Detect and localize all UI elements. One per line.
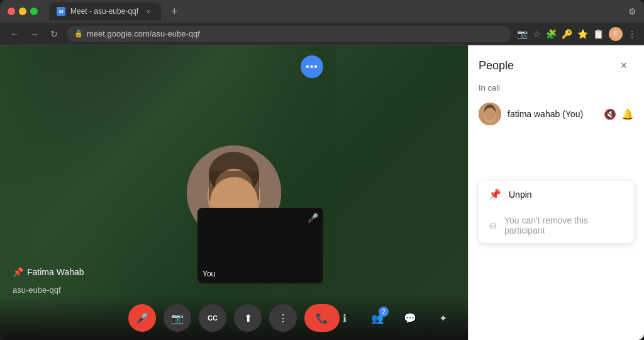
more-dots-icon: ••• <box>306 61 318 72</box>
present-button[interactable]: ⬆ <box>234 304 262 332</box>
active-tab[interactable]: M Meet - asu-eube-qqf × <box>49 3 161 20</box>
pin-icon: 📌 <box>13 267 23 277</box>
address-bar: ← → ↻ 🔒 meet.google.com/asu-eube-qqf 📷 ☆… <box>0 23 644 45</box>
participant-panel-icons: 🔇 🔔 <box>604 108 634 120</box>
traffic-lights <box>8 8 38 15</box>
browser-frame: M Meet - asu-eube-qqf × + ⚙ ← → ↻ 🔒 meet… <box>0 0 644 340</box>
mute-button[interactable]: 🎤 <box>128 304 156 332</box>
profile-avatar[interactable]: F <box>609 27 623 41</box>
panel-title: People <box>479 59 514 72</box>
main-video-area: ••• 📌 Fatima Wahab asu-eube-qqf 🎤 You 🎤 <box>0 45 468 340</box>
star-icon[interactable]: ☆ <box>533 29 541 39</box>
participant-panel-avatar <box>479 103 501 125</box>
participant-display-name: Fatima Wahab <box>27 267 84 277</box>
extension-icon3[interactable]: ⭐ <box>577 29 588 39</box>
participant-name-label: 📌 Fatima Wahab <box>13 267 84 277</box>
info-icon: ℹ <box>343 312 347 324</box>
in-call-label: In call <box>469 81 644 98</box>
extension-icon2[interactable]: 🔑 <box>562 29 572 39</box>
lock-icon: 🔒 <box>74 30 83 38</box>
info-button[interactable]: ℹ <box>332 305 357 331</box>
forward-button[interactable]: → <box>28 26 42 42</box>
unpin-icon: 📌 <box>489 188 501 200</box>
panel-close-button[interactable]: × <box>614 55 634 76</box>
people-badge: 2 <box>379 307 389 317</box>
activities-button[interactable]: ✦ <box>430 305 455 331</box>
participant-panel-name: fatima wahab (You) <box>508 109 597 119</box>
tab-label: Meet - asu-eube-qqf <box>70 7 138 16</box>
unpin-menu-item[interactable]: 📌 Unpin <box>479 181 634 208</box>
reload-button[interactable]: ↻ <box>48 26 60 42</box>
menu-button[interactable]: ⋮ <box>628 29 636 39</box>
captions-icon: CC <box>208 314 218 322</box>
self-muted-icon: 🎤 <box>308 213 318 223</box>
browser-toolbar: 📷 ☆ 🧩 🔑 ⭐ 📋 F ⋮ <box>517 27 636 41</box>
camera-button[interactable]: 📷 <box>164 304 191 332</box>
participant-row: fatima wahab (You) 🔇 🔔 <box>469 98 644 130</box>
remove-label: You can't remove this participant <box>504 215 624 235</box>
tab-favicon: M <box>57 7 65 16</box>
url-text: meet.google.com/asu-eube-qqf <box>87 29 200 38</box>
control-bar: 🎤 📷 CC ⬆ ⋮ 📞 ℹ <box>0 296 468 340</box>
context-menu: 📌 Unpin ⊖ You can't remove this particip… <box>479 181 634 243</box>
meet-content: ••• 📌 Fatima Wahab asu-eube-qqf 🎤 You 🎤 <box>0 45 644 340</box>
people-button[interactable]: 👥 2 <box>365 305 390 331</box>
unpin-label: Unpin <box>509 190 532 200</box>
people-panel: People × In call fatima wahab (You) 🔇 🔔 <box>468 45 644 340</box>
present-icon: ⬆ <box>244 312 252 324</box>
more-vert-icon: ⋮ <box>278 312 288 324</box>
captions-button[interactable]: CC <box>199 304 226 332</box>
tab-close-button[interactable]: × <box>143 6 153 16</box>
back-button[interactable]: ← <box>8 26 21 42</box>
camera-icon[interactable]: 📷 <box>517 29 528 39</box>
panel-header: People × <box>469 45 644 81</box>
self-video-pip: 🎤 You <box>197 208 323 283</box>
extension-icon4[interactable]: 📋 <box>593 29 604 39</box>
close-traffic-light[interactable] <box>8 8 15 15</box>
maximize-traffic-light[interactable] <box>30 8 38 15</box>
hangup-icon: 📞 <box>316 312 328 324</box>
participant-mute-icon[interactable]: 🔇 <box>604 108 616 120</box>
more-options-button[interactable]: ••• <box>301 55 323 78</box>
new-tab-button[interactable]: + <box>171 5 178 18</box>
participant-bell-icon[interactable]: 🔔 <box>621 108 634 120</box>
chat-icon: 💬 <box>404 312 416 324</box>
remove-icon: ⊖ <box>489 220 497 232</box>
window-settings-icon[interactable]: ⚙ <box>628 6 636 16</box>
self-label: You <box>203 269 215 278</box>
extension-icon1[interactable]: 🧩 <box>546 29 557 39</box>
chat-button[interactable]: 💬 <box>397 305 423 331</box>
meet-code-label: asu-eube-qqf <box>13 285 61 295</box>
activities-icon: ✦ <box>439 312 447 324</box>
title-bar: M Meet - asu-eube-qqf × + ⚙ <box>0 0 644 23</box>
panel-avatar-svg <box>479 103 501 125</box>
more-button[interactable]: ⋮ <box>269 304 297 332</box>
url-field[interactable]: 🔒 meet.google.com/asu-eube-qqf <box>67 26 511 42</box>
control-right-group: ℹ 👥 2 💬 ✦ <box>332 305 455 331</box>
svg-point-10 <box>484 108 496 120</box>
minimize-traffic-light[interactable] <box>19 8 26 15</box>
remove-menu-item: ⊖ You can't remove this participant <box>479 208 634 243</box>
mute-icon: 🎤 <box>136 312 148 324</box>
camera-off-icon: 📷 <box>171 312 184 324</box>
